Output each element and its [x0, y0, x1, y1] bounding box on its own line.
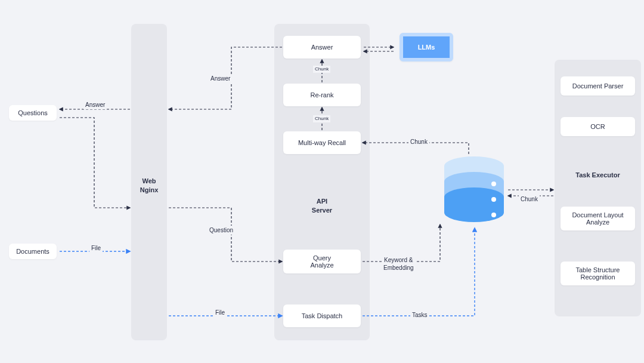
rerank-node: Re-rank — [283, 84, 361, 106]
api-server-label: API Server — [274, 197, 370, 216]
edge-file-2: File — [213, 308, 227, 317]
questions-node: Questions — [9, 105, 57, 121]
svg-point-3 — [491, 182, 496, 186]
edge-answer-top: Answer — [209, 74, 232, 83]
task-dispatch-node: Task Dispatch — [283, 304, 361, 327]
edge-file-1: File — [89, 244, 103, 253]
document-layout-node: Document Layout Analyze — [561, 207, 635, 230]
database-icon — [441, 155, 507, 229]
edge-tasks: Tasks — [410, 310, 429, 319]
document-parser-node: Document Parser — [561, 76, 635, 96]
table-structure-node: Table Structure Recognition — [561, 262, 635, 285]
llms-node: LLMs — [400, 33, 453, 61]
documents-node: Documents — [9, 244, 57, 259]
answer-node: Answer — [283, 36, 361, 59]
edge-chunk-2: Chunk — [313, 115, 330, 122]
edge-keyword-embed: Keyword & Embedding — [382, 256, 416, 272]
svg-point-4 — [491, 197, 496, 202]
edge-answer-left: Answer — [83, 100, 107, 109]
edge-chunk-right: Chunk — [408, 137, 429, 146]
svg-point-5 — [491, 213, 496, 217]
web-nginx-label: Web Nginx — [131, 177, 167, 195]
edge-question: Question — [208, 226, 235, 235]
query-analyze-node: Query Analyze — [283, 250, 361, 273]
task-executor-label: Task Executor — [561, 171, 635, 180]
ocr-node: OCR — [561, 117, 635, 136]
edge-chunk-1: Chunk — [313, 66, 330, 73]
multiway-recall-node: Multi-way Recall — [283, 131, 361, 154]
edge-chunk-exec: Chunk — [519, 195, 540, 204]
